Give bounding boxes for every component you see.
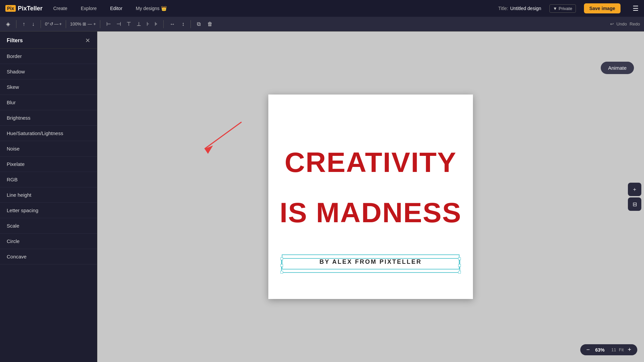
title-label: Title: xyxy=(498,6,508,11)
zoom-plus-icon[interactable]: + xyxy=(93,21,96,26)
zoom-value: 100% xyxy=(70,21,81,26)
logo-box: Pix xyxy=(5,5,16,12)
logo[interactable]: Pix PixTeller xyxy=(5,5,43,12)
filter-shadow[interactable]: Shadow xyxy=(0,64,97,79)
sidebar-title: Filters xyxy=(7,38,23,44)
editor-toolbar: ◈ ↑ ↓ 0° ↺ — + 100% ⊞ — + ⊢ ⊣ ⊤ ⊥ ⊦ ⊧ ↔ … xyxy=(0,17,644,32)
nav-editor[interactable]: Editor xyxy=(107,4,125,12)
toolbar-separator-3 xyxy=(66,20,66,28)
layer-icon[interactable]: ◈ xyxy=(4,19,12,28)
flip-horizontal-icon[interactable]: ↔ xyxy=(168,20,177,28)
rotate-icon[interactable]: ↺ xyxy=(50,21,53,26)
filter-noise[interactable]: Noise xyxy=(0,141,97,157)
sidebar-header: Filters ✕ xyxy=(0,32,97,49)
filter-rgb[interactable]: RGB xyxy=(0,172,97,187)
flip-vertical-icon[interactable]: ↕ xyxy=(180,20,186,28)
rotate-minus-icon[interactable]: — xyxy=(54,21,58,26)
zoom-fit-button[interactable]: Fit xyxy=(619,347,624,352)
filter-pixelate[interactable]: Pixelate xyxy=(0,157,97,172)
canvas-text-creativity: CREATIVITY xyxy=(268,148,473,176)
svg-marker-1 xyxy=(205,145,213,154)
arrow-annotation xyxy=(195,112,248,166)
filter-border[interactable]: Border xyxy=(0,49,97,64)
toolbar-separator xyxy=(16,20,16,28)
align-right-icon[interactable]: ⊤ xyxy=(124,19,133,28)
canvas-text-is-madness: IS MADNESS xyxy=(268,198,473,227)
zoom-controls: − 63% 11 Fit + xyxy=(580,344,637,355)
filter-scale[interactable]: Scale xyxy=(0,218,97,234)
title-area: Title: Untitled design xyxy=(498,6,541,11)
align-center-h-icon[interactable]: ⊣ xyxy=(114,19,123,28)
canvas-area: Animate CREATIVITY IS MADNESS BY ALEX FR… xyxy=(97,32,644,362)
filter-letter-spacing[interactable]: Letter spacing xyxy=(0,203,97,218)
handle-bottom-left[interactable] xyxy=(280,271,283,274)
crown-icon: 👑 xyxy=(161,6,167,11)
undo-redo-area: ↩ Undo Redo xyxy=(610,21,640,26)
handle-mid-left[interactable] xyxy=(280,264,283,267)
animate-button[interactable]: Animate xyxy=(601,62,634,74)
rotation-value: 0° xyxy=(45,21,49,26)
handle-top-right[interactable] xyxy=(458,257,461,260)
zoom-display[interactable]: 100% ⊞ — + xyxy=(70,21,96,26)
zoom-number: 11 xyxy=(611,347,616,352)
filter-line-height[interactable]: Line height xyxy=(0,187,97,203)
svg-line-0 xyxy=(205,122,241,149)
toolbar-separator-5 xyxy=(163,20,164,28)
save-image-button[interactable]: Save image xyxy=(584,3,621,13)
main-layout: Filters ✕ Border Shadow Skew Blur Bright… xyxy=(0,32,644,362)
zoom-in-button[interactable]: + xyxy=(626,346,633,353)
zoom-out-button[interactable]: − xyxy=(585,346,591,353)
zoom-minus-icon[interactable]: — xyxy=(88,21,92,26)
layers-button[interactable]: ⊟ xyxy=(628,197,641,211)
right-panel: ＋ ⊟ xyxy=(625,180,644,214)
nav-explore[interactable]: Explore xyxy=(78,4,99,12)
handle-bottom-right[interactable] xyxy=(458,271,461,274)
undo-button[interactable]: Undo xyxy=(616,21,627,26)
selection-handles xyxy=(281,258,460,273)
handle-mid-right[interactable] xyxy=(458,264,461,267)
toolbar-separator-4 xyxy=(100,20,100,28)
filter-circle[interactable]: Circle xyxy=(0,234,97,249)
align-bottom-icon[interactable]: ⊧ xyxy=(153,19,159,28)
close-sidebar-button[interactable]: ✕ xyxy=(85,37,90,44)
top-navigation: Pix PixTeller Create Explore Editor My d… xyxy=(0,0,644,17)
undo-icon: ↩ xyxy=(610,21,614,26)
redo-button[interactable]: Redo xyxy=(630,21,640,26)
design-canvas: CREATIVITY IS MADNESS BY ALEX FROM PIXTE… xyxy=(268,95,473,299)
toolbar-separator-2 xyxy=(41,20,41,28)
copy-icon[interactable]: ⧉ xyxy=(195,20,203,28)
filters-sidebar: Filters ✕ Border Shadow Skew Blur Bright… xyxy=(0,32,97,362)
private-button[interactable]: ▼ Private xyxy=(549,4,576,13)
chevron-down-icon: ▼ xyxy=(553,6,557,11)
filter-concave[interactable]: Concave xyxy=(0,249,97,264)
align-top-icon[interactable]: ⊥ xyxy=(135,19,143,28)
nav-my-designs[interactable]: My designs 👑 xyxy=(133,4,169,12)
filter-skew[interactable]: Skew xyxy=(0,79,97,95)
rotate-plus-icon[interactable]: + xyxy=(59,21,62,26)
hamburger-menu-icon[interactable]: ☰ xyxy=(633,4,639,12)
align-center-v-icon[interactable]: ⊦ xyxy=(145,19,151,28)
toolbar-separator-6 xyxy=(191,20,191,28)
filter-brightness[interactable]: Brightness xyxy=(0,110,97,126)
handle-top-left[interactable] xyxy=(280,257,283,260)
align-left-icon[interactable]: ⊢ xyxy=(104,19,113,28)
filter-hue-saturation-lightness[interactable]: Hue/Saturation/Lightness xyxy=(0,126,97,141)
add-element-button[interactable]: ＋ xyxy=(628,183,641,196)
delete-icon[interactable]: 🗑 xyxy=(205,20,215,28)
move-up-icon[interactable]: ↑ xyxy=(20,20,27,28)
zoom-percentage: 63% xyxy=(594,347,606,353)
nav-create[interactable]: Create xyxy=(51,4,70,12)
move-down-icon[interactable]: ↓ xyxy=(30,20,37,28)
alignment-tools: ⊢ ⊣ ⊤ ⊥ ⊦ ⊧ xyxy=(104,19,159,28)
title-value[interactable]: Untitled design xyxy=(510,6,541,11)
rotation-control[interactable]: 0° ↺ — + xyxy=(45,21,62,26)
grid-icon[interactable]: ⊞ xyxy=(83,21,86,26)
logo-text: PixTeller xyxy=(18,5,43,12)
filter-blur[interactable]: Blur xyxy=(0,95,97,110)
